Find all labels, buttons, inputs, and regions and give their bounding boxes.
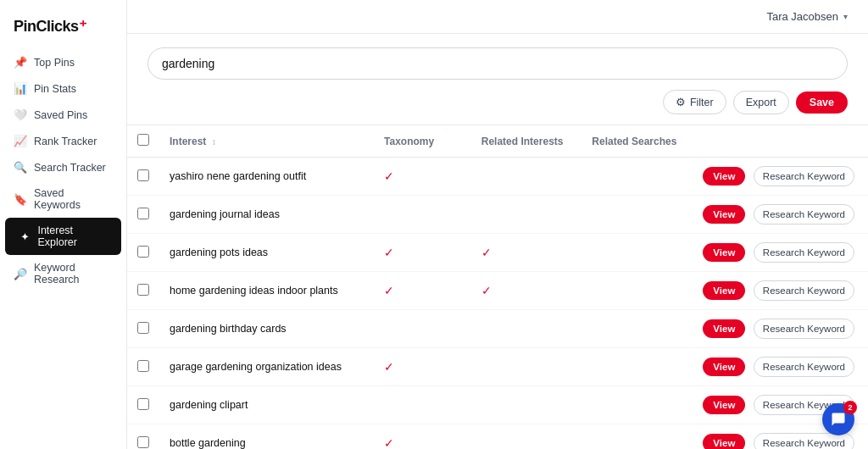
chat-badge: 2 [843,401,857,414]
view-button[interactable]: View [703,205,745,224]
chevron-down-icon: ▾ [843,12,848,21]
view-button[interactable]: View [703,281,745,300]
col-related-searches-header: Related Searches [581,125,693,158]
sidebar-item-saved-pins[interactable]: 🤍Saved Pins [0,102,126,128]
row-interest: gardening clipart [159,386,374,424]
filter-button[interactable]: ⚙ Filter [663,90,726,114]
row-related-interests [471,424,582,450]
row-taxonomy: ✓ [374,272,471,310]
sidebar-item-search-tracker[interactable]: 🔍Search Tracker [0,154,126,180]
row-checkbox[interactable] [137,246,149,258]
row-taxonomy: ✓ [374,424,471,450]
results-table-wrap: Interest ↕ Taxonomy Related Interests Re… [127,125,868,449]
col-interest-header[interactable]: Interest ↕ [159,125,374,158]
row-taxonomy [374,310,471,348]
col-check-all [127,125,159,158]
row-checkbox[interactable] [137,169,149,181]
taxonomy-check: ✓ [384,246,394,259]
related-interests-check: ✓ [481,246,492,259]
row-related-interests: ✓ [471,272,582,310]
view-button[interactable]: View [703,434,745,449]
row-checkbox[interactable] [137,436,149,448]
pin-stats-icon: 📊 [14,82,27,95]
logo-symbol: ⁺ [79,18,87,35]
row-taxonomy: ✓ [374,234,471,272]
row-checkbox[interactable] [137,284,149,296]
user-menu[interactable]: Tara Jacobsen ▾ [766,10,848,23]
select-all-checkbox[interactable] [137,134,149,146]
row-taxonomy: ✓ [374,348,471,386]
view-button[interactable]: View [703,358,745,376]
related-interests-check: ✓ [481,284,492,297]
view-button[interactable]: View [703,396,745,414]
sidebar: PinClicks⁺ 📌Top Pins📊Pin Stats🤍Saved Pin… [0,0,127,449]
table-row: gardening journal ideas View Research Ke… [127,196,868,234]
search-section: ⚙ Filter Export Save [127,34,868,125]
keyword-research-icon: 🔎 [14,268,27,280]
row-taxonomy: ✓ [374,158,471,196]
row-interest: gardening birthday cards [159,310,374,348]
sidebar-item-rank-tracker[interactable]: 📈Rank Tracker [0,128,126,154]
row-check-cell [127,310,159,348]
table-row: garage gardening organization ideas ✓ Vi… [127,348,868,386]
row-related-interests [471,386,582,424]
sidebar-label-top-pins: Top Pins [34,57,75,69]
row-related-searches [581,158,693,196]
row-checkbox[interactable] [137,360,149,372]
row-actions: View Research Keyword [693,348,868,386]
research-keyword-button[interactable]: Research Keyword [754,319,854,339]
table-row: gardening pots ideas ✓ ✓ View Research K… [127,234,868,272]
main-content: Tara Jacobsen ▾ ⚙ Filter Export Save [127,0,868,449]
row-check-cell [127,272,159,310]
sidebar-label-saved-pins: Saved Pins [34,109,87,121]
table-row: gardening clipart View Research Keyword [127,386,868,424]
row-interest: garage gardening organization ideas [159,348,374,386]
row-check-cell [127,196,159,234]
sidebar-label-saved-keywords: Saved Keywords [34,187,113,211]
row-checkbox[interactable] [137,322,149,334]
search-input[interactable] [147,47,848,80]
col-actions-header [693,125,868,158]
row-checkbox[interactable] [137,208,149,219]
research-keyword-button[interactable]: Research Keyword [754,242,854,263]
view-button[interactable]: View [703,319,745,338]
table-row: bottle gardening ✓ View Research Keyword [127,424,868,450]
sidebar-item-interest-explorer[interactable]: ✦Interest Explorer [5,218,121,255]
sidebar-item-top-pins[interactable]: 📌Top Pins [0,49,126,75]
row-related-interests [471,348,582,386]
row-taxonomy [374,196,471,234]
row-related-interests [471,310,582,348]
row-actions: View Research Keyword [693,310,868,348]
row-related-searches [581,272,693,310]
row-checkbox[interactable] [137,398,149,410]
toolbar: ⚙ Filter Export Save [147,90,848,114]
save-label: Save [810,97,834,108]
row-related-searches [581,386,693,424]
save-button[interactable]: Save [796,91,848,114]
filter-icon: ⚙ [676,96,686,108]
logo-text: PinClicks [14,18,79,35]
export-button[interactable]: Export [733,91,789,114]
row-related-searches [581,310,693,348]
view-button[interactable]: View [703,243,745,262]
row-related-searches [581,234,693,272]
research-keyword-button[interactable]: Research Keyword [754,357,854,377]
taxonomy-check: ✓ [384,360,394,374]
sidebar-item-keyword-research[interactable]: 🔎Keyword Research [0,255,126,292]
research-keyword-button[interactable]: Research Keyword [754,166,854,186]
row-interest: gardening journal ideas [159,196,374,234]
row-taxonomy [374,386,471,424]
search-wrap [147,47,848,80]
row-check-cell [127,348,159,386]
header: Tara Jacobsen ▾ [127,0,868,34]
row-actions: View Research Keyword [693,196,868,234]
sidebar-item-saved-keywords[interactable]: 🔖Saved Keywords [0,180,126,218]
sidebar-item-pin-stats[interactable]: 📊Pin Stats [0,75,126,102]
chat-bubble[interactable]: 2 [822,403,854,435]
taxonomy-check: ✓ [384,436,394,449]
taxonomy-check: ✓ [384,169,394,183]
research-keyword-button[interactable]: Research Keyword [754,280,854,301]
view-button[interactable]: View [703,167,745,186]
row-interest: gardening pots ideas [159,234,374,272]
research-keyword-button[interactable]: Research Keyword [754,204,854,224]
